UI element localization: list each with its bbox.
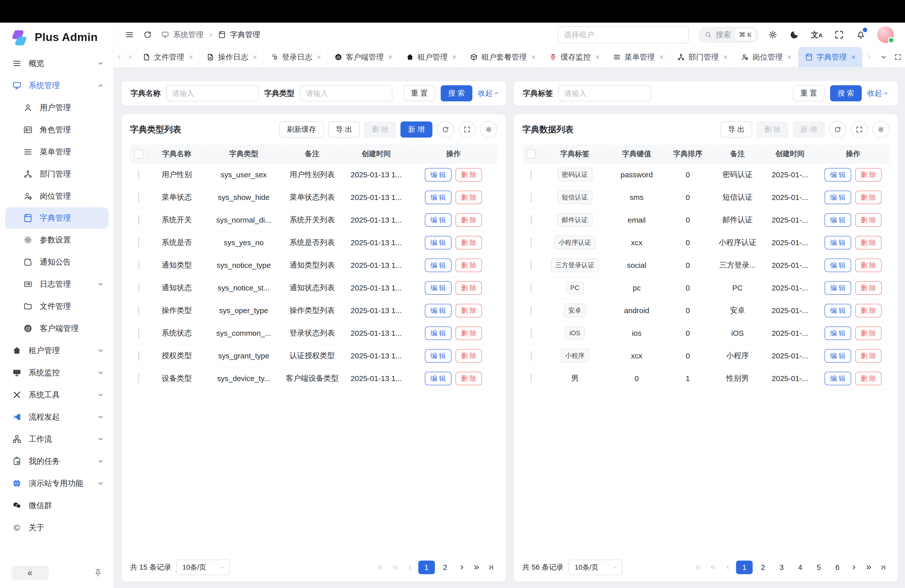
row-checkbox[interactable] bbox=[531, 261, 532, 270]
delete-button[interactable]: 删 除 bbox=[456, 168, 482, 181]
tab-tenant-mgmt[interactable]: 租户管理× bbox=[400, 47, 464, 67]
sidebar-item-wechat-group[interactable]: 微信群 bbox=[0, 494, 114, 516]
tab-tenant-package-mgmt[interactable]: 租户套餐管理× bbox=[463, 47, 543, 67]
tab-menu-mgmt[interactable]: 菜单管理× bbox=[607, 47, 670, 67]
edit-button[interactable]: 编 辑 bbox=[824, 281, 851, 295]
page-number[interactable]: 2 bbox=[755, 561, 771, 574]
row-checkbox[interactable] bbox=[138, 329, 139, 338]
tab-oper-log[interactable]: 操作日志× bbox=[200, 47, 264, 67]
close-icon[interactable]: × bbox=[851, 53, 856, 61]
edit-button[interactable]: 编 辑 bbox=[425, 168, 451, 181]
edit-button[interactable]: 编 辑 bbox=[824, 372, 851, 385]
page-number[interactable]: 2 bbox=[437, 561, 454, 574]
tab-file-mgmt[interactable]: 文件管理× bbox=[136, 47, 200, 67]
jump-forward-button[interactable] bbox=[862, 561, 875, 574]
row-checkbox[interactable] bbox=[531, 306, 532, 315]
reset-button[interactable]: 重 置 bbox=[403, 85, 435, 101]
tenant-select-input[interactable] bbox=[557, 26, 689, 43]
close-icon[interactable]: × bbox=[252, 53, 257, 61]
row-checkbox[interactable] bbox=[531, 329, 532, 338]
row-checkbox[interactable] bbox=[531, 238, 532, 247]
dark-mode-moon-icon[interactable] bbox=[789, 30, 799, 40]
search-button[interactable]: 搜 索 bbox=[441, 85, 472, 101]
add-button[interactable]: 新 增 bbox=[793, 121, 824, 138]
row-checkbox[interactable] bbox=[138, 374, 139, 383]
add-button[interactable]: 新 增 bbox=[400, 121, 432, 138]
refresh-icon[interactable] bbox=[143, 30, 152, 39]
edit-button[interactable]: 编 辑 bbox=[824, 191, 851, 204]
row-checkbox[interactable] bbox=[138, 261, 139, 270]
jump-forward-button[interactable] bbox=[470, 561, 483, 574]
row-checkbox[interactable] bbox=[138, 306, 139, 315]
edit-button[interactable]: 编 辑 bbox=[824, 259, 851, 272]
settings-gear-icon[interactable] bbox=[768, 30, 778, 40]
sidebar-item-system-mgmt[interactable]: 系统管理 bbox=[0, 75, 114, 97]
jump-back-button[interactable] bbox=[707, 561, 719, 574]
delete-button[interactable]: 删 除 bbox=[855, 191, 882, 204]
last-page-button[interactable] bbox=[485, 561, 497, 574]
delete-button[interactable]: 删 除 bbox=[364, 121, 396, 138]
tab-cache-monitor[interactable]: 缓存监控× bbox=[543, 47, 607, 67]
delete-button[interactable]: 删 除 bbox=[456, 213, 482, 227]
page-number[interactable]: 5 bbox=[810, 561, 827, 574]
close-icon[interactable]: × bbox=[595, 53, 600, 61]
delete-button[interactable]: 删 除 bbox=[456, 349, 482, 363]
edit-button[interactable]: 编 辑 bbox=[425, 372, 451, 385]
edit-button[interactable]: 编 辑 bbox=[425, 304, 451, 317]
breadcrumb-root[interactable]: 系统管理 bbox=[173, 30, 203, 40]
sidebar-item-my-tasks[interactable]: 我的任务 bbox=[0, 450, 114, 472]
sidebar-item-user-mgmt[interactable]: 用户管理 bbox=[0, 97, 114, 119]
delete-button[interactable]: 删 除 bbox=[855, 372, 882, 385]
notification-bell-icon[interactable] bbox=[856, 30, 866, 40]
avatar[interactable] bbox=[877, 26, 894, 43]
delete-button[interactable]: 删 除 bbox=[456, 236, 482, 250]
tab-login-log[interactable]: 登录日志× bbox=[264, 47, 328, 67]
page-number[interactable]: 3 bbox=[773, 561, 790, 574]
edit-button[interactable]: 编 辑 bbox=[425, 213, 451, 227]
sidebar-item-flow-start[interactable]: 流程发起 bbox=[0, 406, 114, 428]
edit-button[interactable]: 编 辑 bbox=[425, 281, 451, 295]
first-page-button[interactable] bbox=[375, 561, 387, 574]
dict-type-input[interactable] bbox=[300, 85, 392, 101]
row-checkbox[interactable] bbox=[531, 215, 532, 224]
close-icon[interactable]: × bbox=[189, 53, 193, 61]
close-icon[interactable]: × bbox=[659, 53, 664, 61]
close-icon[interactable]: × bbox=[388, 53, 393, 61]
tab-dept-mgmt[interactable]: 部门管理× bbox=[670, 47, 735, 67]
delete-button[interactable]: 删 除 bbox=[855, 326, 882, 340]
language-icon[interactable]: 文A bbox=[811, 30, 822, 40]
delete-button[interactable]: 删 除 bbox=[456, 259, 482, 272]
search-button[interactable]: 搜 索 bbox=[830, 85, 862, 101]
table-fullscreen-button[interactable] bbox=[851, 121, 868, 138]
table-settings-button[interactable] bbox=[872, 121, 889, 138]
row-checkbox[interactable] bbox=[531, 170, 532, 179]
delete-button[interactable]: 删 除 bbox=[855, 304, 882, 317]
sidebar-item-system-tools[interactable]: 系统工具 bbox=[0, 384, 114, 406]
sidebar-item-file-mgmt[interactable]: 文件管理 bbox=[0, 295, 114, 317]
jump-back-button[interactable] bbox=[389, 561, 402, 574]
next-page-button[interactable] bbox=[456, 561, 468, 574]
sidebar-collapse-button[interactable]: « bbox=[11, 566, 49, 580]
delete-button[interactable]: 删 除 bbox=[757, 121, 788, 138]
dict-tag-input[interactable] bbox=[559, 85, 651, 101]
sidebar-item-about[interactable]: ©关于 bbox=[0, 516, 114, 539]
edit-button[interactable]: 编 辑 bbox=[425, 236, 451, 250]
row-checkbox[interactable] bbox=[138, 215, 139, 224]
sidebar-item-workflow[interactable]: 工作流 bbox=[0, 428, 114, 450]
sidebar-item-role-mgmt[interactable]: 角色管理 bbox=[0, 119, 114, 141]
last-page-button[interactable] bbox=[877, 561, 889, 574]
delete-button[interactable]: 删 除 bbox=[855, 281, 882, 295]
sidebar-item-client-mgmt[interactable]: 客户端管理 bbox=[0, 317, 114, 340]
delete-button[interactable]: 删 除 bbox=[855, 349, 882, 363]
edit-button[interactable]: 编 辑 bbox=[824, 236, 851, 250]
edit-button[interactable]: 编 辑 bbox=[824, 304, 851, 317]
delete-button[interactable]: 删 除 bbox=[855, 259, 882, 272]
sidebar-item-system-monitor[interactable]: 系统监控 bbox=[0, 362, 114, 384]
row-checkbox[interactable] bbox=[531, 283, 532, 292]
export-button[interactable]: 导 出 bbox=[328, 121, 360, 138]
close-icon[interactable]: × bbox=[531, 53, 536, 61]
collapse-filter-link[interactable]: 收起 bbox=[867, 88, 889, 99]
edit-button[interactable]: 编 辑 bbox=[824, 168, 851, 181]
table-fullscreen-button[interactable] bbox=[459, 121, 476, 138]
sidebar-item-dict-mgmt-active[interactable]: 字典管理 bbox=[5, 207, 109, 229]
